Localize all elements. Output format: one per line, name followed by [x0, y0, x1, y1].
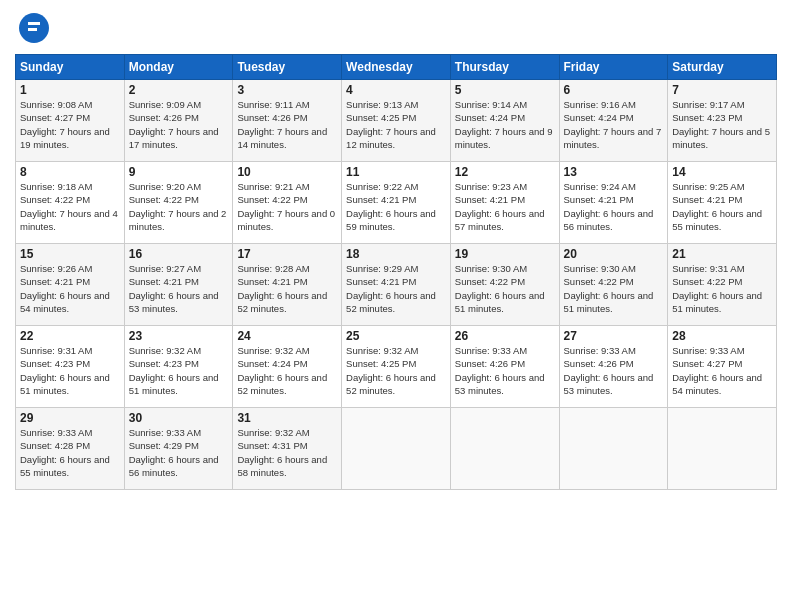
- calendar-day-cell: 1 Sunrise: 9:08 AMSunset: 4:27 PMDayligh…: [16, 80, 125, 162]
- calendar-day-cell: 30 Sunrise: 9:33 AMSunset: 4:29 PMDaylig…: [124, 408, 233, 490]
- calendar-header-row: SundayMondayTuesdayWednesdayThursdayFrid…: [16, 55, 777, 80]
- page-container: SundayMondayTuesdayWednesdayThursdayFrid…: [0, 0, 792, 495]
- weekday-header: Tuesday: [233, 55, 342, 80]
- day-number: 1: [20, 83, 120, 97]
- day-info: Sunrise: 9:33 AMSunset: 4:29 PMDaylight:…: [129, 427, 219, 478]
- day-number: 16: [129, 247, 229, 261]
- calendar-week-row: 22 Sunrise: 9:31 AMSunset: 4:23 PMDaylig…: [16, 326, 777, 408]
- day-number: 10: [237, 165, 337, 179]
- calendar-day-cell: 6 Sunrise: 9:16 AMSunset: 4:24 PMDayligh…: [559, 80, 668, 162]
- calendar-day-cell: 20 Sunrise: 9:30 AMSunset: 4:22 PMDaylig…: [559, 244, 668, 326]
- calendar-day-cell: 27 Sunrise: 9:33 AMSunset: 4:26 PMDaylig…: [559, 326, 668, 408]
- calendar-day-cell: 10 Sunrise: 9:21 AMSunset: 4:22 PMDaylig…: [233, 162, 342, 244]
- calendar-day-cell: 21 Sunrise: 9:31 AMSunset: 4:22 PMDaylig…: [668, 244, 777, 326]
- day-info: Sunrise: 9:33 AMSunset: 4:28 PMDaylight:…: [20, 427, 110, 478]
- logo: [15, 10, 55, 46]
- day-number: 9: [129, 165, 229, 179]
- day-number: 18: [346, 247, 446, 261]
- calendar-day-cell: [559, 408, 668, 490]
- day-number: 26: [455, 329, 555, 343]
- calendar-day-cell: 17 Sunrise: 9:28 AMSunset: 4:21 PMDaylig…: [233, 244, 342, 326]
- calendar-day-cell: 16 Sunrise: 9:27 AMSunset: 4:21 PMDaylig…: [124, 244, 233, 326]
- calendar-day-cell: 11 Sunrise: 9:22 AMSunset: 4:21 PMDaylig…: [342, 162, 451, 244]
- day-info: Sunrise: 9:27 AMSunset: 4:21 PMDaylight:…: [129, 263, 219, 314]
- calendar-week-row: 1 Sunrise: 9:08 AMSunset: 4:27 PMDayligh…: [16, 80, 777, 162]
- calendar-week-row: 8 Sunrise: 9:18 AMSunset: 4:22 PMDayligh…: [16, 162, 777, 244]
- calendar-day-cell: 29 Sunrise: 9:33 AMSunset: 4:28 PMDaylig…: [16, 408, 125, 490]
- page-header: [15, 10, 777, 46]
- day-number: 20: [564, 247, 664, 261]
- day-info: Sunrise: 9:26 AMSunset: 4:21 PMDaylight:…: [20, 263, 110, 314]
- day-info: Sunrise: 9:21 AMSunset: 4:22 PMDaylight:…: [237, 181, 335, 232]
- day-info: Sunrise: 9:31 AMSunset: 4:23 PMDaylight:…: [20, 345, 110, 396]
- weekday-header: Friday: [559, 55, 668, 80]
- day-number: 31: [237, 411, 337, 425]
- day-info: Sunrise: 9:31 AMSunset: 4:22 PMDaylight:…: [672, 263, 762, 314]
- day-number: 27: [564, 329, 664, 343]
- weekday-header: Sunday: [16, 55, 125, 80]
- day-info: Sunrise: 9:30 AMSunset: 4:22 PMDaylight:…: [455, 263, 545, 314]
- calendar-day-cell: 13 Sunrise: 9:24 AMSunset: 4:21 PMDaylig…: [559, 162, 668, 244]
- day-info: Sunrise: 9:17 AMSunset: 4:23 PMDaylight:…: [672, 99, 770, 150]
- calendar-day-cell: 19 Sunrise: 9:30 AMSunset: 4:22 PMDaylig…: [450, 244, 559, 326]
- day-number: 28: [672, 329, 772, 343]
- day-info: Sunrise: 9:16 AMSunset: 4:24 PMDaylight:…: [564, 99, 662, 150]
- calendar-day-cell: 7 Sunrise: 9:17 AMSunset: 4:23 PMDayligh…: [668, 80, 777, 162]
- calendar-day-cell: 24 Sunrise: 9:32 AMSunset: 4:24 PMDaylig…: [233, 326, 342, 408]
- calendar-day-cell: 4 Sunrise: 9:13 AMSunset: 4:25 PMDayligh…: [342, 80, 451, 162]
- calendar-day-cell: 25 Sunrise: 9:32 AMSunset: 4:25 PMDaylig…: [342, 326, 451, 408]
- day-number: 13: [564, 165, 664, 179]
- day-info: Sunrise: 9:25 AMSunset: 4:21 PMDaylight:…: [672, 181, 762, 232]
- day-info: Sunrise: 9:13 AMSunset: 4:25 PMDaylight:…: [346, 99, 436, 150]
- calendar-day-cell: 12 Sunrise: 9:23 AMSunset: 4:21 PMDaylig…: [450, 162, 559, 244]
- calendar-day-cell: 9 Sunrise: 9:20 AMSunset: 4:22 PMDayligh…: [124, 162, 233, 244]
- day-info: Sunrise: 9:09 AMSunset: 4:26 PMDaylight:…: [129, 99, 219, 150]
- day-number: 5: [455, 83, 555, 97]
- calendar-day-cell: [450, 408, 559, 490]
- day-number: 24: [237, 329, 337, 343]
- day-info: Sunrise: 9:20 AMSunset: 4:22 PMDaylight:…: [129, 181, 227, 232]
- calendar-week-row: 29 Sunrise: 9:33 AMSunset: 4:28 PMDaylig…: [16, 408, 777, 490]
- calendar-day-cell: 3 Sunrise: 9:11 AMSunset: 4:26 PMDayligh…: [233, 80, 342, 162]
- weekday-header: Saturday: [668, 55, 777, 80]
- day-number: 22: [20, 329, 120, 343]
- calendar-day-cell: 28 Sunrise: 9:33 AMSunset: 4:27 PMDaylig…: [668, 326, 777, 408]
- calendar-week-row: 15 Sunrise: 9:26 AMSunset: 4:21 PMDaylig…: [16, 244, 777, 326]
- calendar-table: SundayMondayTuesdayWednesdayThursdayFrid…: [15, 54, 777, 490]
- day-number: 25: [346, 329, 446, 343]
- day-number: 17: [237, 247, 337, 261]
- logo-icon: [16, 10, 52, 46]
- calendar-day-cell: 23 Sunrise: 9:32 AMSunset: 4:23 PMDaylig…: [124, 326, 233, 408]
- day-info: Sunrise: 9:33 AMSunset: 4:26 PMDaylight:…: [455, 345, 545, 396]
- day-info: Sunrise: 9:24 AMSunset: 4:21 PMDaylight:…: [564, 181, 654, 232]
- day-number: 21: [672, 247, 772, 261]
- weekday-header: Thursday: [450, 55, 559, 80]
- day-info: Sunrise: 9:18 AMSunset: 4:22 PMDaylight:…: [20, 181, 118, 232]
- day-number: 6: [564, 83, 664, 97]
- day-number: 4: [346, 83, 446, 97]
- weekday-header: Monday: [124, 55, 233, 80]
- calendar-day-cell: 26 Sunrise: 9:33 AMSunset: 4:26 PMDaylig…: [450, 326, 559, 408]
- calendar-day-cell: 22 Sunrise: 9:31 AMSunset: 4:23 PMDaylig…: [16, 326, 125, 408]
- calendar-day-cell: 5 Sunrise: 9:14 AMSunset: 4:24 PMDayligh…: [450, 80, 559, 162]
- day-info: Sunrise: 9:11 AMSunset: 4:26 PMDaylight:…: [237, 99, 327, 150]
- day-info: Sunrise: 9:08 AMSunset: 4:27 PMDaylight:…: [20, 99, 110, 150]
- day-info: Sunrise: 9:33 AMSunset: 4:27 PMDaylight:…: [672, 345, 762, 396]
- day-number: 23: [129, 329, 229, 343]
- calendar-day-cell: 18 Sunrise: 9:29 AMSunset: 4:21 PMDaylig…: [342, 244, 451, 326]
- calendar-day-cell: [342, 408, 451, 490]
- calendar-day-cell: [668, 408, 777, 490]
- day-number: 2: [129, 83, 229, 97]
- day-info: Sunrise: 9:32 AMSunset: 4:25 PMDaylight:…: [346, 345, 436, 396]
- day-info: Sunrise: 9:22 AMSunset: 4:21 PMDaylight:…: [346, 181, 436, 232]
- calendar-day-cell: 8 Sunrise: 9:18 AMSunset: 4:22 PMDayligh…: [16, 162, 125, 244]
- day-number: 14: [672, 165, 772, 179]
- day-number: 30: [129, 411, 229, 425]
- day-number: 12: [455, 165, 555, 179]
- day-info: Sunrise: 9:14 AMSunset: 4:24 PMDaylight:…: [455, 99, 553, 150]
- day-info: Sunrise: 9:23 AMSunset: 4:21 PMDaylight:…: [455, 181, 545, 232]
- day-info: Sunrise: 9:28 AMSunset: 4:21 PMDaylight:…: [237, 263, 327, 314]
- day-number: 29: [20, 411, 120, 425]
- day-number: 11: [346, 165, 446, 179]
- calendar-day-cell: 2 Sunrise: 9:09 AMSunset: 4:26 PMDayligh…: [124, 80, 233, 162]
